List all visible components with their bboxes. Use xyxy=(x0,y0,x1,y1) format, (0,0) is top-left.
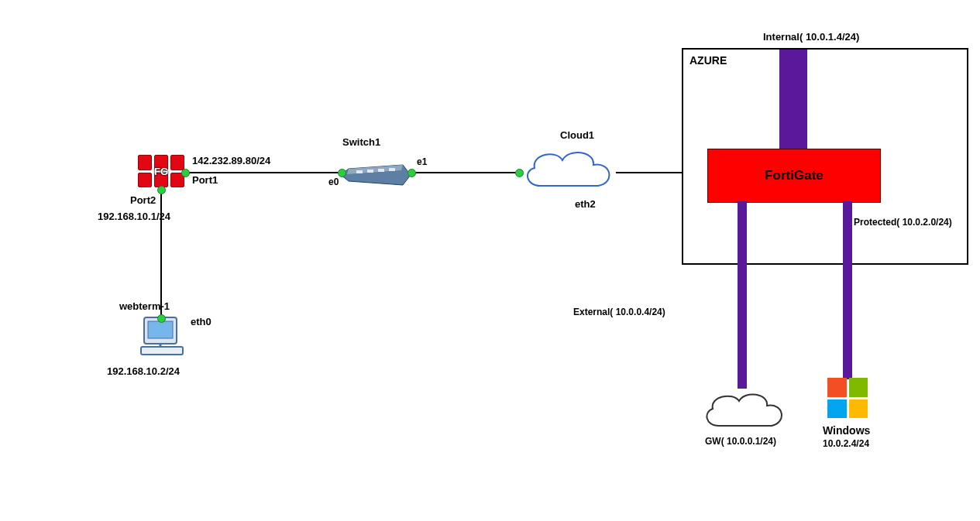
fg-port1-dot xyxy=(181,169,190,177)
link-fg-to-switch xyxy=(184,172,341,173)
svg-rect-2 xyxy=(356,170,363,173)
link-switch-to-cloud xyxy=(411,172,518,173)
cloud1-eth2-label: eth2 xyxy=(575,198,596,210)
switch1-e0-label: e0 xyxy=(328,177,339,187)
fg-port1-ip: 142.232.89.80/24 xyxy=(192,155,270,166)
webterm-name: webterm-1 xyxy=(119,300,170,312)
diagram-canvas: FG 142.232.89.80/24 Port1 Port2 192.168.… xyxy=(0,0,980,521)
protected-link-bar xyxy=(843,201,852,379)
cloud1-name: Cloud1 xyxy=(560,129,594,141)
fg-port2-dot xyxy=(157,186,166,194)
switch1-name: Switch1 xyxy=(342,136,380,148)
gw-cloud-icon xyxy=(697,386,790,439)
internal-label: Internal( 10.0.1.4/24) xyxy=(763,31,859,43)
fg-port1-label: Port1 xyxy=(192,174,218,186)
switch-e0-dot xyxy=(338,169,346,177)
svg-rect-7 xyxy=(148,321,173,338)
switch-e1-dot xyxy=(407,169,416,177)
fg-port2-ip: 192.168.10.1/24 xyxy=(98,211,170,222)
svg-rect-3 xyxy=(367,170,373,173)
link-cloud-to-azure xyxy=(616,172,682,173)
webterm-ip: 192.168.10.2/24 xyxy=(107,365,180,377)
cloud1-icon xyxy=(518,143,618,201)
internal-link-bar xyxy=(779,50,807,149)
switch1-e1-label: e1 xyxy=(417,156,427,167)
cloud1-left-dot xyxy=(515,169,524,177)
azure-fortigate-box: FortiGate xyxy=(707,149,881,203)
azure-title: AZURE xyxy=(689,54,727,67)
webterm-iface: eth0 xyxy=(191,316,211,327)
windows-ip: 10.0.2.4/24 xyxy=(823,438,869,449)
svg-rect-8 xyxy=(141,347,183,355)
windows-icon xyxy=(827,378,868,418)
azure-fortigate-label: FortiGate xyxy=(765,168,824,183)
svg-rect-5 xyxy=(389,168,395,171)
fortigate-fg-icon: FG xyxy=(138,155,184,187)
protected-label: Protected( 10.0.2.0/24) xyxy=(854,217,952,228)
windows-label: Windows xyxy=(823,424,870,437)
external-label: External( 10.0.0.4/24) xyxy=(573,307,665,317)
webterm-eth0-dot xyxy=(157,314,166,323)
gw-label: GW( 10.0.0.1/24) xyxy=(705,436,776,447)
external-link-bar xyxy=(738,201,747,389)
svg-rect-4 xyxy=(378,169,384,172)
fg-port2-label: Port2 xyxy=(130,194,156,206)
switch-icon xyxy=(341,161,411,184)
link-fg-to-webterm xyxy=(160,186,162,319)
